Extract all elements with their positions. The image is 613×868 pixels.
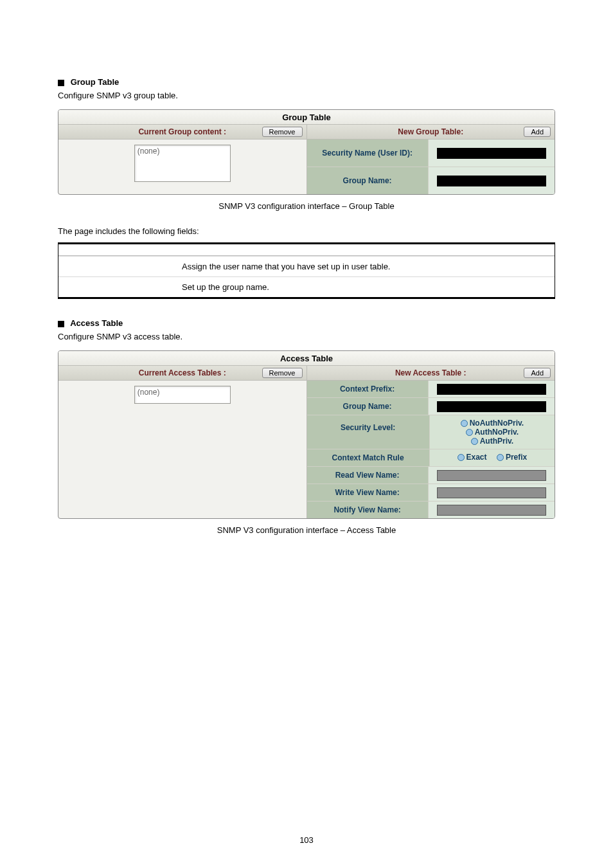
radio-prefix[interactable]: Prefix bbox=[497, 453, 527, 462]
radio-noauthnopriv[interactable]: NoAuthNoPriv. bbox=[461, 419, 524, 428]
read-view-input[interactable] bbox=[437, 470, 546, 481]
bullet-square-icon bbox=[58, 321, 64, 327]
context-prefix-input[interactable] bbox=[437, 384, 546, 395]
current-access-list[interactable]: (none) bbox=[134, 386, 231, 404]
radio-icon bbox=[497, 454, 504, 461]
table-row: Group Name Set up the group name. bbox=[58, 276, 555, 297]
access-row-context-match: Context Match Rule Exact Prefix bbox=[307, 449, 555, 466]
field-desc-0: Assign the user name that you have set u… bbox=[174, 257, 555, 276]
radio-icon bbox=[458, 454, 465, 461]
access-table-panel-title: Access Table bbox=[58, 351, 555, 366]
security-level-label: Security Level: bbox=[307, 415, 430, 449]
field-desc-1: Set up the group name. bbox=[174, 277, 555, 297]
access-table-heading: Access Table bbox=[58, 318, 555, 328]
field-object-1: Group Name bbox=[58, 277, 174, 297]
security-name-label: Security Name (User ID): bbox=[307, 140, 429, 167]
remove-access-button[interactable]: Remove bbox=[262, 368, 303, 378]
access-table-panel: Access Table Current Access Tables : Rem… bbox=[58, 350, 555, 519]
current-group-list[interactable]: (none) bbox=[134, 145, 231, 182]
group-table-intro: Configure SNMP v3 group table. bbox=[58, 91, 555, 100]
current-access-list-item: (none) bbox=[138, 388, 160, 397]
group-fields-table: Security Name (User ID) Assign the user … bbox=[58, 242, 555, 299]
context-prefix-label: Context Prefix: bbox=[307, 381, 429, 397]
radio-icon bbox=[466, 429, 473, 436]
group-row-group-name: Group Name: bbox=[307, 167, 555, 194]
new-group-header: New Group Table: Add bbox=[307, 125, 555, 140]
context-match-options: Exact Prefix bbox=[430, 449, 555, 466]
group-table-heading-text: Group Table bbox=[71, 77, 120, 87]
radio-icon bbox=[461, 420, 468, 427]
radio-authpriv[interactable]: AuthPriv. bbox=[471, 437, 513, 446]
access-row-context-prefix: Context Prefix: bbox=[307, 381, 555, 397]
radio-exact[interactable]: Exact bbox=[458, 453, 487, 462]
access-group-name-input[interactable] bbox=[437, 401, 546, 412]
write-view-input[interactable] bbox=[437, 487, 546, 498]
access-group-name-label: Group Name: bbox=[307, 398, 429, 415]
access-table-intro: Configure SNMP v3 access table. bbox=[58, 332, 555, 341]
notify-view-label: Notify View Name: bbox=[307, 502, 429, 518]
group-name-input[interactable] bbox=[437, 176, 546, 186]
add-access-button[interactable]: Add bbox=[524, 368, 551, 378]
access-row-read-view: Read View Name: bbox=[307, 466, 555, 484]
notify-view-input[interactable] bbox=[437, 505, 546, 516]
context-match-label: Context Match Rule bbox=[307, 449, 430, 466]
radio-authnopriv[interactable]: AuthNoPriv. bbox=[466, 428, 519, 437]
access-table-caption: SNMP V3 configuration interface – Access… bbox=[58, 525, 555, 535]
table-row: Security Name (User ID) Assign the user … bbox=[58, 256, 555, 276]
new-access-header-label: New Access Table : bbox=[395, 368, 466, 377]
group-table-caption: SNMP V3 configuration interface – Group … bbox=[58, 201, 555, 211]
group-name-label: Group Name: bbox=[307, 167, 429, 194]
group-table-heading: Group Table bbox=[58, 77, 555, 87]
add-group-button[interactable]: Add bbox=[524, 127, 551, 137]
group-table-panel-title: Group Table bbox=[58, 110, 555, 125]
access-row-write-view: Write View Name: bbox=[307, 484, 555, 501]
remove-group-button[interactable]: Remove bbox=[262, 127, 303, 137]
security-level-options: NoAuthNoPriv. AuthNoPriv. AuthPriv. bbox=[430, 415, 555, 449]
group-row-security-name: Security Name (User ID): bbox=[307, 140, 555, 167]
page-number: 103 bbox=[0, 835, 613, 845]
current-group-list-item: (none) bbox=[138, 147, 160, 156]
read-view-label: Read View Name: bbox=[307, 467, 429, 484]
write-view-label: Write View Name: bbox=[307, 484, 429, 501]
current-group-header-label: Current Group content : bbox=[138, 127, 226, 136]
access-row-group-name: Group Name: bbox=[307, 397, 555, 415]
new-access-header: New Access Table : Add bbox=[307, 366, 555, 381]
radio-icon bbox=[471, 438, 478, 445]
current-access-header-label: Current Access Tables : bbox=[139, 368, 226, 377]
bullet-square-icon bbox=[58, 80, 64, 86]
group-fields-table-head bbox=[58, 244, 555, 256]
access-table-heading-text: Access Table bbox=[70, 318, 123, 328]
current-access-header: Current Access Tables : Remove bbox=[58, 366, 306, 381]
new-group-header-label: New Group Table: bbox=[398, 127, 463, 136]
current-group-header: Current Group content : Remove bbox=[58, 125, 306, 140]
group-table-panel: Group Table Current Group content : Remo… bbox=[58, 109, 555, 195]
access-row-security-level: Security Level: NoAuthNoPriv. AuthNoPriv… bbox=[307, 415, 555, 449]
group-fields-intro: The page includes the following fields: bbox=[58, 226, 555, 236]
access-row-notify-view: Notify View Name: bbox=[307, 501, 555, 518]
security-name-input[interactable] bbox=[437, 148, 546, 159]
field-object-0: Security Name (User ID) bbox=[58, 257, 174, 276]
